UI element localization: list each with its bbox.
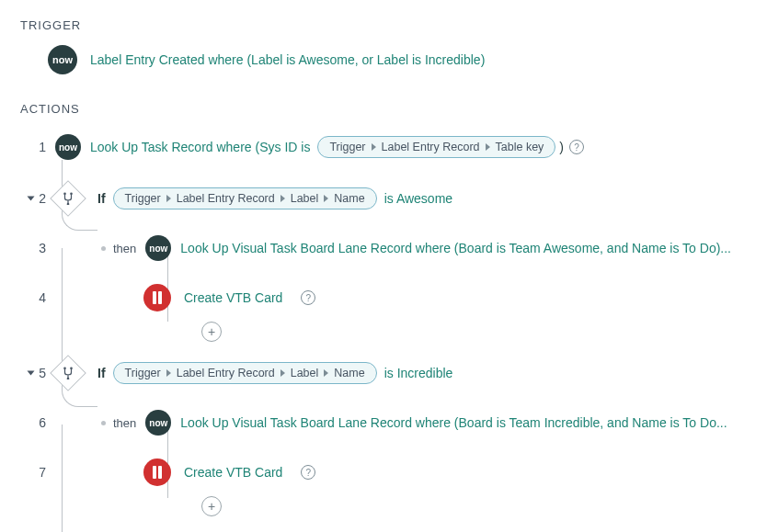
servicenow-icon: now: [55, 134, 81, 160]
step-number: 5: [39, 366, 46, 380]
chevron-right-icon: [372, 143, 376, 151]
info-icon[interactable]: ?: [569, 140, 584, 154]
close-paren: ): [559, 140, 564, 154]
action-row-6[interactable]: 6 then now Look Up Visual Task Board Lan…: [18, 404, 749, 441]
data-pill-name[interactable]: Trigger Label Entry Record Label Name: [113, 187, 377, 209]
info-icon[interactable]: ?: [301, 290, 315, 305]
servicenow-icon: now: [48, 45, 77, 74]
chevron-right-icon: [280, 369, 285, 377]
vtb-card-icon: [143, 284, 171, 311]
if-row-2[interactable]: 2 If Trigger Label Entry Record Label Na…: [18, 180, 749, 217]
chevron-right-icon: [324, 369, 328, 377]
if-keyword: If: [97, 366, 106, 380]
svg-point-0: [63, 192, 66, 195]
if-row-5[interactable]: 5 If Trigger Label Entry Record Label Na…: [18, 355, 749, 391]
step-number: 6: [39, 415, 46, 430]
action-row-1[interactable]: 1 now Look Up Task Record where (Sys ID …: [18, 129, 749, 165]
action-row-3[interactable]: 3 then now Look Up Visual Task Board Lan…: [18, 230, 749, 266]
servicenow-icon: now: [145, 235, 171, 261]
servicenow-icon: now: [145, 410, 171, 436]
action-row-7[interactable]: 7 Create VTB Card ?: [18, 454, 749, 491]
svg-point-3: [63, 367, 66, 369]
step-number: 1: [39, 140, 46, 154]
svg-point-4: [70, 367, 73, 369]
action-link[interactable]: Look Up Visual Task Board Lane Record wh…: [180, 415, 727, 430]
step-number: 2: [39, 191, 46, 206]
condition-value: is Incredible: [384, 366, 453, 380]
svg-point-2: [67, 203, 70, 205]
chevron-right-icon: [280, 195, 285, 202]
then-label: then: [113, 416, 136, 430]
svg-point-1: [70, 192, 73, 195]
action-link[interactable]: Look Up Task Record where (Sys ID is: [90, 140, 310, 154]
chevron-right-icon: [324, 195, 328, 202]
data-pill-name[interactable]: Trigger Label Entry Record Label Name: [113, 362, 377, 384]
chevron-right-icon: [486, 143, 490, 151]
if-keyword: If: [97, 191, 106, 206]
condition-value: is Awesome: [384, 191, 452, 206]
action-link[interactable]: Create VTB Card: [184, 465, 282, 480]
step-number: 7: [39, 465, 46, 480]
branch-icon: [50, 355, 86, 391]
svg-point-5: [67, 378, 70, 379]
branch-icon: [50, 180, 86, 217]
action-row-4[interactable]: 4 Create VTB Card ?: [18, 279, 749, 316]
action-link[interactable]: Create VTB Card: [184, 290, 282, 305]
add-step-button[interactable]: +: [201, 322, 222, 342]
then-label: then: [113, 242, 136, 255]
trigger-row[interactable]: now Label Entry Created where (Label is …: [48, 45, 749, 74]
trigger-link[interactable]: Label Entry Created where (Label is Awes…: [90, 52, 485, 67]
dot-icon: [101, 246, 106, 251]
chevron-right-icon: [166, 195, 171, 202]
step-number: 3: [39, 241, 46, 255]
dot-icon: [101, 421, 106, 425]
collapse-caret-icon[interactable]: [28, 197, 35, 201]
chevron-right-icon: [166, 369, 171, 377]
data-pill-sysid[interactable]: Trigger Label Entry Record Table key: [317, 136, 555, 158]
vtb-card-icon: [143, 458, 171, 486]
section-title-actions: ACTIONS: [20, 102, 749, 116]
section-title-trigger: TRIGGER: [20, 18, 749, 32]
action-link[interactable]: Look Up Visual Task Board Lane Record wh…: [180, 241, 731, 255]
info-icon[interactable]: ?: [301, 465, 315, 480]
add-step-button[interactable]: +: [201, 496, 222, 516]
collapse-caret-icon[interactable]: [28, 371, 35, 376]
step-number: 4: [39, 290, 46, 305]
